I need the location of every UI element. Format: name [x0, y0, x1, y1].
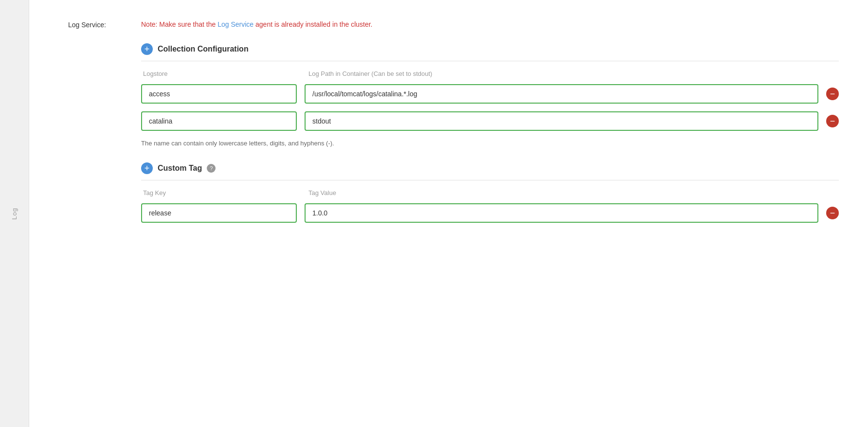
custom-tag-columns-header: Tag Key Tag Value	[141, 189, 839, 196]
note-text: Note: Make sure that the Log Service age…	[141, 19, 839, 30]
collection-config-title: Collection Configuration	[158, 45, 249, 53]
logpath-col-header: Log Path in Container (Can be set to std…	[308, 70, 837, 77]
tag-key-col-header: Tag Key	[143, 189, 299, 196]
logpath-input-1[interactable]	[305, 111, 818, 131]
remove-collection-row-1[interactable]: −	[826, 115, 839, 127]
log-service-row: Log Service: Note: Make sure that the Lo…	[68, 19, 839, 236]
custom-tag-divider	[141, 180, 839, 180]
collection-row-1: −	[141, 111, 839, 131]
collection-config-header: + Collection Configuration	[141, 43, 839, 55]
collection-config-divider	[141, 61, 839, 61]
custom-tag-title: Custom Tag	[158, 164, 202, 173]
note-suffix: agent is already installed in the cluste…	[253, 20, 372, 28]
collection-row-0: −	[141, 84, 839, 104]
tag-value-col-header: Tag Value	[308, 189, 837, 196]
custom-tag-help-icon[interactable]: ?	[207, 164, 216, 173]
log-service-label: Log Service:	[68, 21, 106, 29]
remove-collection-row-0[interactable]: −	[826, 88, 839, 100]
collection-config-section: + Collection Configuration Logstore Log …	[141, 43, 839, 149]
sidebar: Log	[0, 0, 29, 427]
remove-custom-tag-row-0[interactable]: −	[826, 207, 839, 219]
collection-hint: The name can contain only lowercase lett…	[141, 139, 839, 149]
logstore-input-1[interactable]	[141, 111, 297, 131]
sidebar-label: Log	[11, 208, 18, 220]
custom-tag-header: + Custom Tag ?	[141, 162, 839, 174]
add-custom-tag-button[interactable]: +	[141, 162, 153, 174]
note-prefix: Note: Make sure that the	[141, 20, 217, 28]
custom-tag-section: + Custom Tag ? Tag Key Tag Value −	[141, 162, 839, 223]
add-collection-button[interactable]: +	[141, 43, 153, 55]
main-content: Log Service: Note: Make sure that the Lo…	[29, 0, 868, 427]
label-col: Log Service:	[68, 19, 127, 29]
collection-columns-header: Logstore Log Path in Container (Can be s…	[141, 70, 839, 77]
tag-value-input-0[interactable]	[305, 203, 818, 223]
logstore-input-0[interactable]	[141, 84, 297, 104]
note-link[interactable]: Log Service	[217, 20, 253, 28]
logpath-input-0[interactable]	[305, 84, 818, 104]
logstore-col-header: Logstore	[143, 70, 299, 77]
custom-tag-row-0: −	[141, 203, 839, 223]
content-col: Note: Make sure that the Log Service age…	[141, 19, 839, 236]
tag-key-input-0[interactable]	[141, 203, 297, 223]
